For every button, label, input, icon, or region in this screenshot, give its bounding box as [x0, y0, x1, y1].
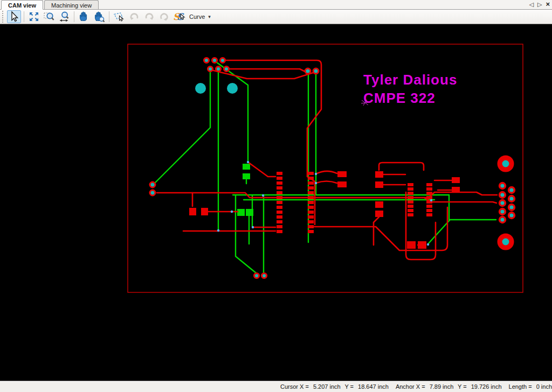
status-bar: Cursor X = 5.207 inch Y = 18.647 inch An…	[0, 381, 552, 392]
toolbar-grip[interactable]	[2, 11, 5, 23]
chevron-down-icon: ▾	[208, 14, 211, 19]
rotate-left-button-disabled	[127, 10, 141, 23]
hand-icon	[78, 11, 90, 23]
mount-hole-pad	[500, 158, 512, 170]
cursor-y-label: Y =	[344, 383, 354, 390]
through-hole-pads	[150, 58, 514, 278]
rotate-left-icon	[128, 11, 140, 23]
tab-machining-view[interactable]: Machining view	[44, 0, 99, 9]
annotation-line2: CMPE 322	[363, 90, 436, 106]
pcb-drawing: Tyler Dalious CMPE 322	[0, 24, 552, 381]
pointer-icon	[8, 11, 20, 23]
anchor-y-label: Y =	[458, 383, 467, 390]
rotate-right-icon	[143, 11, 155, 23]
bottom-copper-pads	[237, 164, 253, 216]
mount-hole-pad	[500, 236, 512, 248]
length-value: 0 inch	[536, 383, 552, 390]
tab-cam-view[interactable]: CAM view	[1, 0, 43, 10]
rotate-180-icon	[158, 11, 170, 23]
cursor-y-value: 18.647 inch	[358, 383, 389, 390]
anchor-x-value: 7.89 inch	[430, 383, 454, 390]
drill-hole	[227, 83, 238, 94]
anchor-x-label: Anchor X =	[396, 383, 425, 390]
top-copper-pads	[189, 171, 460, 249]
cursor-x-label: Cursor X =	[280, 383, 309, 390]
cursor-x-value: 5.207 inch	[313, 383, 341, 390]
polygon-select-button[interactable]	[112, 10, 126, 23]
zoom-dynamic-icon	[58, 11, 70, 23]
pan-zoom-button[interactable]	[92, 10, 106, 23]
length-label: Length =	[509, 383, 532, 390]
zoom-extents-icon	[28, 11, 40, 23]
curve-tool-button[interactable]: S S Curve ▾	[173, 11, 211, 23]
board-outline	[128, 44, 523, 292]
rotate-180-button-disabled	[157, 10, 171, 23]
toolbar: S S Curve ▾	[0, 10, 552, 24]
zoom-window-button[interactable]	[42, 10, 56, 23]
select-tool-button[interactable]	[7, 10, 21, 23]
tab-cam-view-label: CAM view	[8, 2, 36, 9]
spline-curve-icon: S S	[173, 11, 187, 23]
cam-canvas[interactable]: Tyler Dalious CMPE 322	[0, 24, 552, 381]
tab-machining-view-label: Machining view	[51, 2, 92, 9]
tab-scroll-right-icon[interactable]: ▷	[537, 1, 542, 8]
rotate-right-button-disabled	[142, 10, 156, 23]
zoom-extents-button[interactable]	[27, 10, 41, 23]
annotation-line1: Tyler Dalious	[363, 72, 457, 88]
drill-hole	[195, 83, 206, 94]
zoom-dynamic-button[interactable]	[57, 10, 71, 23]
db9-connector-pads	[500, 183, 515, 223]
polygon-select-icon	[113, 11, 126, 23]
close-icon[interactable]: ×	[546, 1, 550, 8]
pan-button[interactable]	[77, 10, 91, 23]
zoom-window-icon	[43, 11, 55, 23]
board-annotation: Tyler Dalious CMPE 322	[361, 72, 457, 106]
curve-label: Curve	[189, 13, 205, 20]
hand-zoom-icon	[93, 11, 105, 23]
tab-scroll-left-icon[interactable]: ◁	[529, 1, 533, 8]
bottom-copper-traces	[154, 61, 496, 273]
top-copper-traces	[157, 60, 497, 260]
tab-strip: CAM view Machining view ◁ ▷ ×	[0, 0, 552, 10]
anchor-y-value: 19.726 inch	[471, 383, 502, 390]
